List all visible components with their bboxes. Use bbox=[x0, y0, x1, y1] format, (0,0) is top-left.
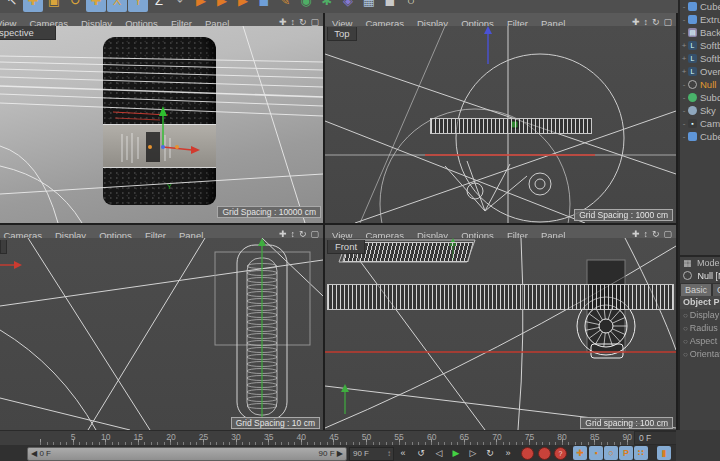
ruler-tick-label: 90 bbox=[619, 432, 635, 442]
render-view-icon[interactable]: ▶ bbox=[191, 0, 211, 12]
add-light-icon[interactable]: ○ bbox=[401, 0, 421, 12]
record-position-toggle[interactable]: ✚ bbox=[573, 446, 587, 460]
viewport-panel-side: ViewCamerasDisplayOptionsFilterPanel ✚↕↻… bbox=[0, 225, 323, 430]
render-settings-icon[interactable]: ▶ bbox=[233, 0, 253, 12]
tree-expand-icon[interactable]: + bbox=[680, 52, 688, 65]
property-row-aspect-ratio[interactable]: ○Aspect Ratio . . . bbox=[680, 335, 720, 348]
object-manager-item[interactable]: -Cube bbox=[680, 130, 720, 143]
tree-expand-icon[interactable]: + bbox=[680, 39, 688, 52]
cinema4d-window: ↖✚▣↻✚XYZ⌖▶▶▶◼✎◉✱◈▦◼○ ViewCamerasDisplayO… bbox=[0, 0, 720, 461]
viewport-perspective[interactable]: Y Perspective Grid Spacing : 10000 cm bbox=[0, 26, 323, 223]
object-manager-item[interactable]: +LSoftbox bbox=[680, 39, 720, 52]
add-modeling-object-icon[interactable]: ✱ bbox=[317, 0, 337, 12]
grid-spacing-label: Grid spacing : 100 cm bbox=[580, 417, 673, 429]
next-frame-button[interactable]: ▷ bbox=[466, 446, 480, 460]
end-frame-field[interactable]: 90 F ↕ bbox=[349, 447, 394, 461]
viewport-menu: ViewCamerasDisplayOptionsFilterPanel bbox=[0, 13, 242, 26]
property-row-radius[interactable]: ○Radius . . . bbox=[680, 322, 720, 335]
object-manager-item[interactable]: -▪Camera bbox=[680, 117, 720, 130]
tab-coordinates[interactable]: Coord bbox=[712, 283, 720, 296]
add-generator-icon[interactable]: ◉ bbox=[296, 0, 316, 12]
play-loop-button[interactable]: ↻ bbox=[483, 446, 497, 460]
end-frame-stepper-icon[interactable]: ↕ bbox=[387, 448, 391, 459]
rotate-tool-icon[interactable]: ↻ bbox=[65, 0, 85, 12]
lock-y-axis-icon[interactable]: Y bbox=[128, 0, 148, 12]
timeline-ruler[interactable]: 51015202530354045505560657075808590 bbox=[0, 430, 703, 445]
record-keyframe-button[interactable] bbox=[521, 446, 534, 460]
add-camera-icon[interactable]: ◼ bbox=[380, 0, 400, 12]
viewport-menu: ViewCamerasDisplayOptionsFilterPanel bbox=[332, 13, 578, 26]
live-selection-tool-icon[interactable]: ↖ bbox=[2, 0, 22, 12]
object-label: Subdivision bbox=[700, 91, 720, 104]
record-rotation-toggle[interactable]: ○ bbox=[604, 446, 618, 460]
ruler-tick-label: 70 bbox=[489, 432, 505, 442]
goto-end-button[interactable]: » bbox=[501, 446, 515, 460]
object-manager-item[interactable]: -Cube.1 bbox=[680, 0, 720, 13]
sky-icon bbox=[688, 106, 697, 115]
tree-expand-icon[interactable]: - bbox=[680, 13, 688, 26]
svg-text:Y: Y bbox=[167, 183, 172, 190]
attribute-manager-menubar: ▦ Mode Edit bbox=[680, 257, 720, 270]
add-environment-icon[interactable]: ▦ bbox=[359, 0, 379, 12]
viewport-front[interactable]: Front Grid spacing : 100 cm bbox=[325, 238, 676, 430]
record-point-level-toggle[interactable]: ∷ bbox=[634, 446, 648, 460]
tree-expand-icon[interactable]: + bbox=[680, 65, 688, 78]
tab-basic[interactable]: Basic bbox=[680, 283, 712, 296]
move-tool-icon[interactable]: ✚ bbox=[23, 0, 43, 12]
property-label: Radius . . . bbox=[690, 323, 720, 333]
object-manager-item[interactable]: +LOverhead bbox=[680, 65, 720, 78]
property-row-display[interactable]: ○Display . . . bbox=[680, 309, 720, 322]
parameter-circle-icon: ○ bbox=[683, 324, 688, 333]
object-label: Null bbox=[700, 78, 716, 91]
object-manager-item[interactable]: +LSoftbox bbox=[680, 52, 720, 65]
viewport-panel-top: ViewCamerasDisplayOptionsFilterPanel ✚↕↻… bbox=[325, 13, 676, 223]
viewport-side[interactable]: Grid Spacing : 10 cm bbox=[0, 238, 323, 430]
add-primitive-cube-icon[interactable]: ◼ bbox=[254, 0, 274, 12]
attribute-object-label: Null [Null] bbox=[698, 271, 720, 281]
tree-expand-icon[interactable]: - bbox=[680, 130, 688, 143]
viewport-top[interactable]: Top Grid Spacing : 1000 cm bbox=[325, 26, 676, 223]
scrubber-end-handle[interactable]: 90 F ▶ bbox=[319, 448, 343, 459]
scale-tool-icon[interactable]: ▣ bbox=[44, 0, 64, 12]
keyframe-selection-button[interactable]: ? bbox=[554, 446, 567, 460]
grid-icon: ▦ bbox=[683, 258, 692, 268]
object-manager-item[interactable]: -Null bbox=[680, 78, 720, 91]
object-manager-item[interactable]: -Extrude bbox=[680, 13, 720, 26]
previous-frame-button[interactable]: ◁ bbox=[432, 446, 446, 460]
autokeying-button[interactable] bbox=[538, 446, 551, 460]
tree-expand-icon[interactable]: - bbox=[680, 104, 688, 117]
tree-expand-icon[interactable]: - bbox=[680, 26, 688, 39]
tree-expand-icon[interactable]: - bbox=[680, 91, 688, 104]
record-scale-toggle[interactable]: ▪ bbox=[589, 446, 603, 460]
lock-x-axis-icon[interactable]: X bbox=[107, 0, 127, 12]
add-deformer-icon[interactable]: ◈ bbox=[338, 0, 358, 12]
object-label: Softbox bbox=[700, 52, 720, 65]
lock-z-axis-icon[interactable]: Z bbox=[149, 0, 169, 12]
ruler-tick-label: 75 bbox=[522, 432, 538, 442]
render-picture-viewer-icon[interactable]: ▶ bbox=[212, 0, 232, 12]
coordinate-system-icon[interactable]: ⌖ bbox=[170, 0, 190, 12]
object-properties-header: Object Properties bbox=[680, 296, 720, 309]
record-parameter-toggle[interactable]: P bbox=[619, 446, 633, 460]
scrubber-start-handle[interactable]: ◀ 0 F bbox=[31, 448, 51, 459]
last-used-tool-icon[interactable]: ✚ bbox=[86, 0, 106, 12]
goto-start-button[interactable]: « bbox=[396, 446, 410, 460]
object-manager-item[interactable]: -Sky bbox=[680, 104, 720, 117]
add-spline-icon[interactable]: ✎ bbox=[275, 0, 295, 12]
perspective-wireframe: Y bbox=[0, 26, 323, 223]
tree-expand-icon[interactable]: - bbox=[680, 78, 688, 91]
polygon-figure-icon bbox=[688, 2, 697, 11]
viewport-label: Front bbox=[327, 240, 365, 254]
grid-spacing-label: Grid Spacing : 10000 cm bbox=[217, 206, 321, 218]
solo-toggle[interactable]: ▮ bbox=[657, 446, 671, 460]
mode-menu[interactable]: Mode bbox=[697, 258, 720, 268]
tree-expand-icon[interactable]: - bbox=[680, 0, 688, 13]
play-button[interactable]: ▶ bbox=[449, 446, 463, 460]
object-manager-item[interactable]: -Subdivision bbox=[680, 91, 720, 104]
play-reverse-button[interactable]: ↺ bbox=[414, 446, 428, 460]
timeline-scrubber[interactable]: ◀ 0 F 90 F ▶ bbox=[27, 447, 347, 461]
attribute-object-row[interactable]: Null [Null] bbox=[680, 270, 720, 283]
property-row-orientation[interactable]: ○Orientation . . . bbox=[680, 348, 720, 361]
tree-expand-icon[interactable]: - bbox=[680, 117, 688, 130]
object-manager-item[interactable]: -▤Background bbox=[680, 26, 720, 39]
